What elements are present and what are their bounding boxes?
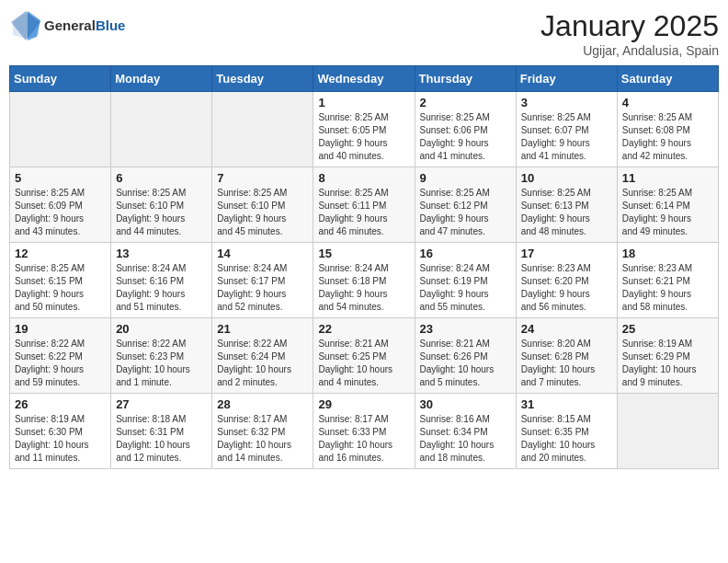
day-info: Sunrise: 8:22 AM Sunset: 6:22 PM Dayligh… bbox=[15, 338, 106, 389]
day-info: Sunrise: 8:19 AM Sunset: 6:30 PM Dayligh… bbox=[15, 413, 106, 465]
calendar-week-row: 12Sunrise: 8:25 AM Sunset: 6:15 PM Dayli… bbox=[10, 243, 719, 318]
day-info: Sunrise: 8:24 AM Sunset: 6:16 PM Dayligh… bbox=[116, 262, 207, 314]
calendar-cell: 1Sunrise: 8:25 AM Sunset: 6:05 PM Daylig… bbox=[313, 92, 415, 167]
calendar-table: SundayMondayTuesdayWednesdayThursdayFrid… bbox=[9, 65, 719, 469]
calendar-cell: 7Sunrise: 8:25 AM Sunset: 6:10 PM Daylig… bbox=[212, 167, 313, 243]
day-info: Sunrise: 8:24 AM Sunset: 6:18 PM Dayligh… bbox=[318, 262, 409, 314]
calendar-cell bbox=[212, 92, 313, 167]
calendar-cell bbox=[10, 92, 111, 167]
calendar-cell: 13Sunrise: 8:24 AM Sunset: 6:16 PM Dayli… bbox=[111, 243, 212, 318]
weekday-header-friday: Friday bbox=[516, 66, 617, 92]
weekday-header-thursday: Thursday bbox=[415, 66, 516, 92]
title-block: January 2025 Ugijar, Andalusia, Spain bbox=[540, 9, 719, 58]
day-info: Sunrise: 8:16 AM Sunset: 6:34 PM Dayligh… bbox=[420, 413, 511, 465]
day-number: 23 bbox=[420, 322, 511, 336]
day-number: 24 bbox=[521, 322, 612, 336]
calendar-cell: 22Sunrise: 8:21 AM Sunset: 6:25 PM Dayli… bbox=[313, 318, 415, 394]
day-number: 29 bbox=[318, 397, 409, 411]
calendar-week-row: 19Sunrise: 8:22 AM Sunset: 6:22 PM Dayli… bbox=[10, 318, 719, 394]
day-number: 27 bbox=[116, 397, 207, 411]
calendar-cell: 2Sunrise: 8:25 AM Sunset: 6:06 PM Daylig… bbox=[415, 92, 516, 167]
day-number: 16 bbox=[420, 247, 511, 260]
weekday-header-monday: Monday bbox=[111, 66, 212, 92]
day-info: Sunrise: 8:25 AM Sunset: 6:05 PM Dayligh… bbox=[318, 111, 409, 163]
day-number: 12 bbox=[15, 247, 106, 260]
day-number: 7 bbox=[217, 171, 308, 185]
day-info: Sunrise: 8:25 AM Sunset: 6:15 PM Dayligh… bbox=[15, 262, 106, 314]
day-number: 4 bbox=[622, 96, 713, 109]
day-number: 1 bbox=[318, 96, 409, 109]
calendar-cell: 28Sunrise: 8:17 AM Sunset: 6:32 PM Dayli… bbox=[212, 394, 313, 469]
calendar-cell: 15Sunrise: 8:24 AM Sunset: 6:18 PM Dayli… bbox=[313, 243, 415, 318]
calendar-cell: 24Sunrise: 8:20 AM Sunset: 6:28 PM Dayli… bbox=[516, 318, 617, 394]
calendar-cell: 29Sunrise: 8:17 AM Sunset: 6:33 PM Dayli… bbox=[313, 394, 415, 469]
location: Ugijar, Andalusia, Spain bbox=[540, 43, 719, 58]
day-number: 25 bbox=[622, 322, 713, 336]
day-number: 20 bbox=[116, 322, 207, 336]
day-info: Sunrise: 8:25 AM Sunset: 6:10 PM Dayligh… bbox=[116, 187, 207, 238]
calendar-cell: 20Sunrise: 8:22 AM Sunset: 6:23 PM Dayli… bbox=[111, 318, 212, 394]
day-number: 10 bbox=[521, 171, 612, 185]
calendar-week-row: 1Sunrise: 8:25 AM Sunset: 6:05 PM Daylig… bbox=[10, 92, 719, 167]
day-number: 30 bbox=[420, 397, 511, 411]
day-info: Sunrise: 8:25 AM Sunset: 6:10 PM Dayligh… bbox=[217, 187, 308, 238]
day-number: 5 bbox=[15, 171, 106, 185]
day-info: Sunrise: 8:21 AM Sunset: 6:26 PM Dayligh… bbox=[420, 338, 511, 389]
day-number: 21 bbox=[217, 322, 308, 336]
calendar-cell: 25Sunrise: 8:19 AM Sunset: 6:29 PM Dayli… bbox=[617, 318, 718, 394]
weekday-header-tuesday: Tuesday bbox=[212, 66, 313, 92]
day-number: 3 bbox=[521, 96, 612, 109]
logo-blue: Blue bbox=[96, 17, 126, 33]
day-info: Sunrise: 8:15 AM Sunset: 6:35 PM Dayligh… bbox=[521, 413, 612, 465]
calendar-cell: 31Sunrise: 8:15 AM Sunset: 6:35 PM Dayli… bbox=[516, 394, 617, 469]
logo: GeneralBlue bbox=[9, 9, 125, 42]
day-info: Sunrise: 8:25 AM Sunset: 6:12 PM Dayligh… bbox=[420, 187, 511, 238]
calendar-week-row: 5Sunrise: 8:25 AM Sunset: 6:09 PM Daylig… bbox=[10, 167, 719, 243]
calendar-cell: 6Sunrise: 8:25 AM Sunset: 6:10 PM Daylig… bbox=[111, 167, 212, 243]
day-info: Sunrise: 8:17 AM Sunset: 6:32 PM Dayligh… bbox=[217, 413, 308, 465]
day-number: 19 bbox=[15, 322, 106, 336]
day-number: 17 bbox=[521, 247, 612, 260]
calendar-cell: 5Sunrise: 8:25 AM Sunset: 6:09 PM Daylig… bbox=[10, 167, 111, 243]
day-info: Sunrise: 8:25 AM Sunset: 6:06 PM Dayligh… bbox=[420, 111, 511, 163]
calendar-cell: 8Sunrise: 8:25 AM Sunset: 6:11 PM Daylig… bbox=[313, 167, 415, 243]
day-info: Sunrise: 8:17 AM Sunset: 6:33 PM Dayligh… bbox=[318, 413, 409, 465]
calendar-cell: 21Sunrise: 8:22 AM Sunset: 6:24 PM Dayli… bbox=[212, 318, 313, 394]
day-number: 28 bbox=[217, 397, 308, 411]
logo-icon bbox=[9, 9, 42, 42]
day-number: 26 bbox=[15, 397, 106, 411]
weekday-header-wednesday: Wednesday bbox=[313, 66, 415, 92]
day-info: Sunrise: 8:25 AM Sunset: 6:14 PM Dayligh… bbox=[622, 187, 713, 238]
day-number: 18 bbox=[622, 247, 713, 260]
day-info: Sunrise: 8:25 AM Sunset: 6:08 PM Dayligh… bbox=[622, 111, 713, 163]
day-number: 6 bbox=[116, 171, 207, 185]
calendar-cell: 27Sunrise: 8:18 AM Sunset: 6:31 PM Dayli… bbox=[111, 394, 212, 469]
calendar-cell: 4Sunrise: 8:25 AM Sunset: 6:08 PM Daylig… bbox=[617, 92, 718, 167]
day-number: 8 bbox=[318, 171, 409, 185]
day-info: Sunrise: 8:21 AM Sunset: 6:25 PM Dayligh… bbox=[318, 338, 409, 389]
day-info: Sunrise: 8:23 AM Sunset: 6:21 PM Dayligh… bbox=[622, 262, 713, 314]
day-info: Sunrise: 8:20 AM Sunset: 6:28 PM Dayligh… bbox=[521, 338, 612, 389]
weekday-header-sunday: Sunday bbox=[10, 66, 111, 92]
calendar-cell: 23Sunrise: 8:21 AM Sunset: 6:26 PM Dayli… bbox=[415, 318, 516, 394]
weekday-header-row: SundayMondayTuesdayWednesdayThursdayFrid… bbox=[10, 66, 719, 92]
day-info: Sunrise: 8:25 AM Sunset: 6:11 PM Dayligh… bbox=[318, 187, 409, 238]
calendar-cell: 30Sunrise: 8:16 AM Sunset: 6:34 PM Dayli… bbox=[415, 394, 516, 469]
day-number: 22 bbox=[318, 322, 409, 336]
day-info: Sunrise: 8:22 AM Sunset: 6:24 PM Dayligh… bbox=[217, 338, 308, 389]
day-number: 31 bbox=[521, 397, 612, 411]
calendar-cell: 10Sunrise: 8:25 AM Sunset: 6:13 PM Dayli… bbox=[516, 167, 617, 243]
calendar-cell: 17Sunrise: 8:23 AM Sunset: 6:20 PM Dayli… bbox=[516, 243, 617, 318]
day-info: Sunrise: 8:25 AM Sunset: 6:13 PM Dayligh… bbox=[521, 187, 612, 238]
calendar-cell: 12Sunrise: 8:25 AM Sunset: 6:15 PM Dayli… bbox=[10, 243, 111, 318]
calendar-cell: 3Sunrise: 8:25 AM Sunset: 6:07 PM Daylig… bbox=[516, 92, 617, 167]
day-info: Sunrise: 8:25 AM Sunset: 6:07 PM Dayligh… bbox=[521, 111, 612, 163]
day-number: 9 bbox=[420, 171, 511, 185]
day-info: Sunrise: 8:23 AM Sunset: 6:20 PM Dayligh… bbox=[521, 262, 612, 314]
day-number: 15 bbox=[318, 247, 409, 260]
calendar-cell: 9Sunrise: 8:25 AM Sunset: 6:12 PM Daylig… bbox=[415, 167, 516, 243]
day-info: Sunrise: 8:25 AM Sunset: 6:09 PM Dayligh… bbox=[15, 187, 106, 238]
calendar-cell: 16Sunrise: 8:24 AM Sunset: 6:19 PM Dayli… bbox=[415, 243, 516, 318]
day-info: Sunrise: 8:19 AM Sunset: 6:29 PM Dayligh… bbox=[622, 338, 713, 389]
calendar-cell bbox=[617, 394, 718, 469]
